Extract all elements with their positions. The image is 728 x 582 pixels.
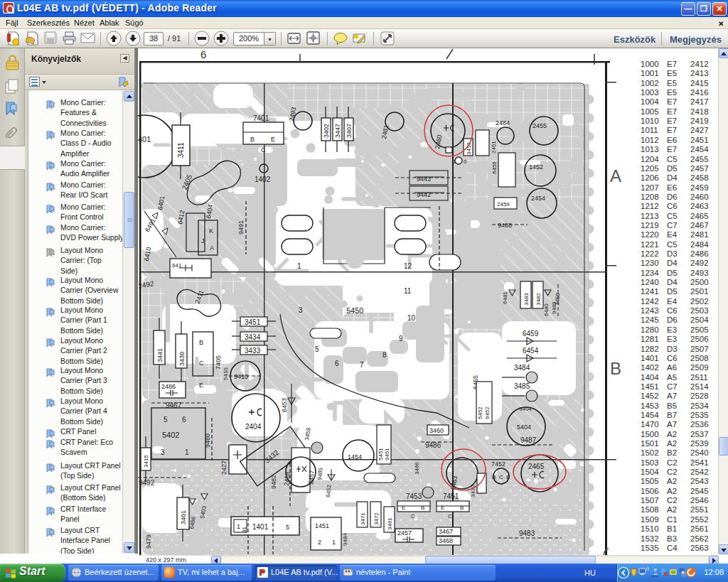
svg-text:1: 1 (185, 448, 189, 456)
svg-text:3: 3 (299, 306, 303, 314)
svg-text:3434: 3434 (245, 333, 261, 341)
svg-text:2: 2 (318, 539, 321, 546)
svg-text:3459: 3459 (554, 292, 562, 306)
svg-text:2427: 2427 (220, 460, 228, 475)
svg-text:E: E (506, 474, 510, 480)
svg-text:9451: 9451 (384, 448, 390, 460)
svg-text:31: 31 (241, 527, 247, 533)
svg-text:C: C (499, 474, 503, 480)
svg-text:3485: 3485 (514, 382, 530, 390)
svg-text:9486: 9486 (425, 441, 441, 449)
svg-text:1: 1 (237, 523, 240, 530)
svg-text:C: C (199, 360, 204, 367)
svg-text:9491: 9491 (237, 220, 245, 235)
svg-text:6: 6 (182, 416, 186, 424)
svg-text:9482: 9482 (270, 475, 277, 489)
svg-text:E: E (402, 505, 405, 511)
svg-text:6454: 6454 (523, 347, 539, 355)
svg-text:C: C (261, 146, 266, 153)
svg-text:3447: 3447 (334, 124, 341, 138)
svg-text:9404: 9404 (519, 406, 532, 412)
svg-text:6481: 6481 (502, 291, 508, 304)
svg-text:3: 3 (161, 448, 165, 456)
svg-text:5402: 5402 (162, 431, 179, 439)
svg-text:5410: 5410 (223, 367, 229, 380)
svg-text:2454: 2454 (531, 195, 545, 202)
svg-text:3415: 3415 (143, 455, 149, 468)
svg-text:5: 5 (315, 345, 319, 353)
svg-text:A: A (610, 166, 621, 185)
svg-text:3466: 3466 (414, 462, 420, 475)
svg-text:0: 0 (464, 158, 467, 165)
svg-text:11: 11 (404, 287, 412, 295)
svg-text:B: B (250, 136, 255, 143)
svg-text:7401: 7401 (253, 114, 269, 122)
svg-text:3470: 3470 (470, 485, 476, 497)
svg-text:9487: 9487 (520, 436, 537, 444)
svg-text:3467: 3467 (439, 528, 453, 535)
svg-text:B: B (492, 474, 496, 480)
svg-text:401: 401 (138, 135, 151, 144)
svg-text:6480: 6480 (543, 303, 550, 316)
svg-text:2404: 2404 (245, 423, 262, 431)
svg-text:9410: 9410 (234, 373, 248, 380)
svg-text:3401: 3401 (180, 510, 187, 524)
svg-text:5450: 5450 (346, 306, 363, 315)
svg-text:1401: 1401 (252, 523, 269, 531)
svg-text:2457: 2457 (397, 529, 412, 537)
svg-text:5404: 5404 (517, 424, 531, 431)
svg-text:3484: 3484 (514, 364, 530, 372)
svg-text:9: 9 (399, 335, 403, 343)
svg-text:3482: 3482 (535, 293, 542, 306)
svg-text:6452: 6452 (325, 484, 333, 497)
svg-text:C: C (448, 513, 452, 519)
svg-text:1: 1 (453, 158, 456, 165)
svg-text:1: 1 (332, 539, 336, 546)
svg-text:B: B (610, 359, 621, 378)
svg-text:5451: 5451 (378, 448, 384, 460)
svg-text:E: E (441, 505, 444, 511)
svg-text:3407: 3407 (346, 124, 353, 138)
svg-text:2455: 2455 (532, 122, 547, 129)
svg-text:7451: 7451 (443, 492, 459, 500)
svg-text:2465: 2465 (528, 463, 545, 470)
svg-text:3468: 3468 (439, 537, 453, 544)
svg-text:7: 7 (360, 361, 364, 369)
svg-text:2451: 2451 (491, 141, 497, 153)
svg-text:8: 8 (382, 351, 387, 359)
svg-text:9484: 9484 (342, 533, 348, 546)
svg-text:1: 1 (297, 262, 301, 270)
svg-text:9485: 9485 (316, 467, 324, 480)
svg-text:641: 641 (172, 262, 182, 269)
svg-text:2458: 2458 (283, 471, 291, 486)
svg-text:9492: 9492 (139, 479, 155, 487)
svg-text:5452: 5452 (477, 406, 483, 419)
svg-text:2459: 2459 (497, 201, 510, 208)
svg-text:3430: 3430 (178, 352, 186, 366)
svg-text:3460: 3460 (429, 427, 444, 434)
svg-text:6453: 6453 (281, 398, 288, 412)
svg-text:3402: 3402 (323, 124, 330, 138)
svg-text:B: B (421, 505, 424, 511)
svg-text:9483: 9483 (519, 529, 535, 537)
svg-text:12: 12 (404, 262, 412, 270)
svg-text:7453: 7453 (406, 492, 422, 500)
svg-text:2486: 2486 (161, 383, 176, 390)
svg-text:A: A (210, 244, 214, 252)
svg-text:6459: 6459 (523, 330, 539, 338)
svg-text:5: 5 (164, 416, 168, 424)
svg-text:C: C (411, 513, 415, 519)
svg-text:3411: 3411 (177, 142, 185, 158)
svg-text:3471: 3471 (360, 512, 366, 525)
svg-text:9488: 9488 (498, 222, 512, 229)
svg-text:3433: 3433 (245, 347, 261, 355)
svg-text:K: K (209, 227, 213, 235)
svg-text:3451: 3451 (245, 318, 261, 326)
svg-text:2457: 2457 (307, 470, 316, 485)
svg-text:6456: 6456 (491, 161, 498, 174)
svg-text:B: B (199, 339, 203, 346)
svg-text:1402: 1402 (255, 176, 271, 183)
svg-text:7452: 7452 (491, 460, 505, 468)
svg-text:9479: 9479 (145, 534, 152, 549)
svg-text:3461: 3461 (387, 517, 393, 530)
